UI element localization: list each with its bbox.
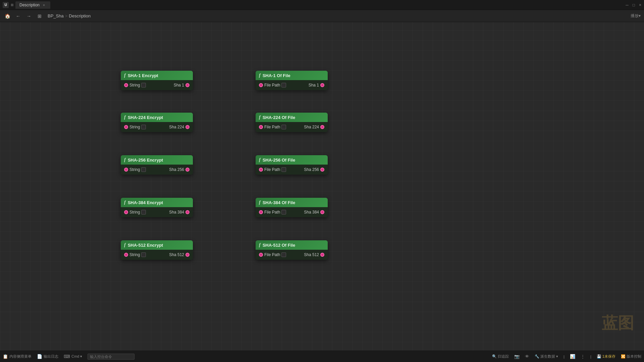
bp-node-sha256-file[interactable]: f SHA-256 Of File File Path Sha 256: [256, 155, 328, 175]
statusbar-content-menu[interactable]: 📋 内容侧滑菜单: [3, 354, 32, 359]
output-dot-sha224-file: [320, 125, 324, 129]
statusbar-cmd[interactable]: ⌨ Cmd ▾: [64, 354, 82, 359]
forward-button[interactable]: →: [25, 12, 33, 20]
input-box-sha512-file[interactable]: [281, 252, 286, 257]
output-label-sha1-encrypt: Sha 1: [174, 83, 184, 87]
node-header-sha224-file: f SHA-224 Of File: [256, 113, 328, 122]
bp-node-sha512-encrypt[interactable]: f SHA-512 Encrypt String Sha 512: [121, 240, 193, 260]
bp-node-sha256-encrypt[interactable]: f SHA-256 Encrypt String Sha 256: [121, 155, 193, 175]
input-pin-sha224-encrypt[interactable]: String: [124, 125, 146, 129]
node-body-sha384-encrypt: String Sha 384: [121, 207, 193, 217]
function-icon-sha512-encrypt: f: [124, 242, 126, 248]
input-box-sha512-encrypt[interactable]: [141, 252, 146, 257]
view-label[interactable]: 播放▾: [631, 13, 641, 19]
restore-button[interactable]: □: [633, 3, 635, 7]
sep2: |: [590, 355, 591, 359]
node-body-sha224-encrypt: String Sha 224: [121, 122, 193, 132]
bp-node-sha1-file[interactable]: f SHA-1 Of File File Path Sha 1: [256, 71, 328, 90]
node-title-sha512-encrypt: SHA-512 Encrypt: [128, 243, 163, 248]
output-pin-sha224-file[interactable]: Sha 224: [304, 125, 324, 129]
titlebar-tab[interactable]: Description ×: [15, 1, 50, 9]
input-box-sha256-file[interactable]: [281, 167, 286, 172]
back-button[interactable]: ←: [14, 12, 22, 20]
trace-button[interactable]: 🔍 归追踪: [492, 354, 509, 359]
input-pin-sha512-file[interactable]: File Path: [259, 252, 286, 257]
node-header-sha384-file: f SHA-384 Of File: [256, 198, 328, 207]
statusbar-output-log[interactable]: 📄 输出日志: [37, 354, 58, 359]
output-dot-sha256-file: [320, 168, 324, 172]
input-box-sha256-encrypt[interactable]: [141, 167, 146, 172]
function-icon-sha224-file: f: [259, 115, 261, 120]
output-pin-sha224-encrypt[interactable]: Sha 224: [169, 125, 190, 129]
input-label-sha224-encrypt: String: [129, 125, 140, 129]
eye-button[interactable]: 👁: [525, 354, 529, 359]
output-pin-sha512-file[interactable]: Sha 512: [304, 252, 324, 257]
cmd-input[interactable]: [88, 354, 135, 360]
output-pin-sha384-encrypt[interactable]: Sha 384: [169, 210, 190, 215]
input-dot-sha512-file: [259, 253, 263, 257]
grid-layout-button[interactable]: ⊞: [36, 12, 44, 20]
output-label-sha224-file: Sha 224: [304, 125, 319, 129]
node-title-sha384-file: SHA-384 Of File: [263, 200, 296, 205]
version-control[interactable]: 🔀 版本控制: [621, 354, 641, 359]
input-pin-sha384-file[interactable]: File Path: [259, 210, 286, 215]
input-dot-sha384-encrypt: [124, 210, 128, 214]
output-pin-sha1-file[interactable]: Sha 1: [309, 83, 324, 87]
output-label-sha224-encrypt: Sha 224: [169, 125, 184, 129]
output-label-sha384-encrypt: Sha 384: [169, 210, 184, 215]
node-title-sha1-file: SHA-1 Of File: [263, 73, 290, 78]
input-box-sha384-file[interactable]: [281, 210, 286, 215]
function-icon-sha1-file: f: [259, 73, 261, 78]
tab-label: Description: [19, 3, 40, 7]
node-body-sha512-file: File Path Sha 512: [256, 250, 328, 260]
output-pin-sha512-encrypt[interactable]: Sha 512: [169, 252, 190, 257]
input-box-sha224-encrypt[interactable]: [141, 125, 146, 129]
stats-button[interactable]: 📊: [570, 354, 575, 359]
node-title-sha224-file: SHA-224 Of File: [263, 115, 296, 120]
input-dot-sha224-encrypt: [124, 125, 128, 129]
function-icon-sha256-encrypt: f: [124, 157, 126, 163]
output-pin-sha256-encrypt[interactable]: Sha 256: [169, 167, 190, 172]
close-window-button[interactable]: ×: [639, 3, 641, 7]
input-pin-sha224-file[interactable]: File Path: [259, 125, 286, 129]
minimize-button[interactable]: ─: [626, 3, 629, 7]
grid-icon: ⊞: [11, 3, 13, 7]
input-pin-sha1-file[interactable]: File Path: [259, 83, 286, 87]
input-pin-sha1-encrypt[interactable]: String: [124, 83, 146, 87]
input-box-sha1-file[interactable]: [281, 83, 286, 87]
input-pin-sha384-encrypt[interactable]: String: [124, 210, 146, 215]
input-box-sha224-file[interactable]: [281, 125, 286, 129]
function-icon-sha1-encrypt: f: [124, 73, 126, 78]
node-header-sha224-encrypt: f SHA-224 Encrypt: [121, 113, 193, 122]
home-button[interactable]: 🏠: [3, 12, 11, 20]
output-pin-sha1-encrypt[interactable]: Sha 1: [174, 83, 190, 87]
input-box-sha1-encrypt[interactable]: [141, 83, 146, 87]
node-body-sha256-encrypt: String Sha 256: [121, 165, 193, 175]
blueprint-canvas[interactable]: 蓝图 f SHA-1 Encrypt String Sha 1 f SHA-1 …: [0, 22, 644, 351]
output-label-sha1-file: Sha 1: [309, 83, 319, 87]
ue-logo: U: [3, 2, 9, 8]
more-button[interactable]: ⋮: [581, 354, 585, 359]
bp-node-sha224-file[interactable]: f SHA-224 Of File File Path Sha 224: [256, 113, 328, 132]
camera-button[interactable]: 📷: [514, 354, 520, 359]
input-pin-sha256-encrypt[interactable]: String: [124, 167, 146, 172]
output-pin-sha256-file[interactable]: Sha 256: [304, 167, 324, 172]
input-dot-sha384-file: [259, 210, 263, 214]
derived-data[interactable]: 🔧 派生数据 ▾: [535, 354, 558, 359]
node-title-sha256-encrypt: SHA-256 Encrypt: [128, 158, 163, 163]
bp-node-sha1-encrypt[interactable]: f SHA-1 Encrypt String Sha 1: [121, 71, 193, 90]
titlebar-controls: ─ □ ×: [626, 3, 641, 7]
bp-node-sha224-encrypt[interactable]: f SHA-224 Encrypt String Sha 224: [121, 113, 193, 132]
input-pin-sha256-file[interactable]: File Path: [259, 167, 286, 172]
output-pin-sha384-file[interactable]: Sha 384: [304, 210, 324, 215]
bp-node-sha512-file[interactable]: f SHA-512 Of File File Path Sha 512: [256, 240, 328, 260]
breadcrumb-root[interactable]: BP_Sha: [48, 13, 64, 18]
bp-node-sha384-file[interactable]: f SHA-384 Of File File Path Sha 384: [256, 198, 328, 217]
bp-node-sha384-encrypt[interactable]: f SHA-384 Encrypt String Sha 384: [121, 198, 193, 217]
input-label-sha384-file: File Path: [264, 210, 280, 215]
node-body-sha1-encrypt: String Sha 1: [121, 80, 193, 90]
unsaved-label: 💾 1未保存: [597, 354, 615, 359]
input-box-sha384-encrypt[interactable]: [141, 210, 146, 215]
input-pin-sha512-encrypt[interactable]: String: [124, 252, 146, 257]
tab-close-button[interactable]: ×: [42, 3, 46, 7]
